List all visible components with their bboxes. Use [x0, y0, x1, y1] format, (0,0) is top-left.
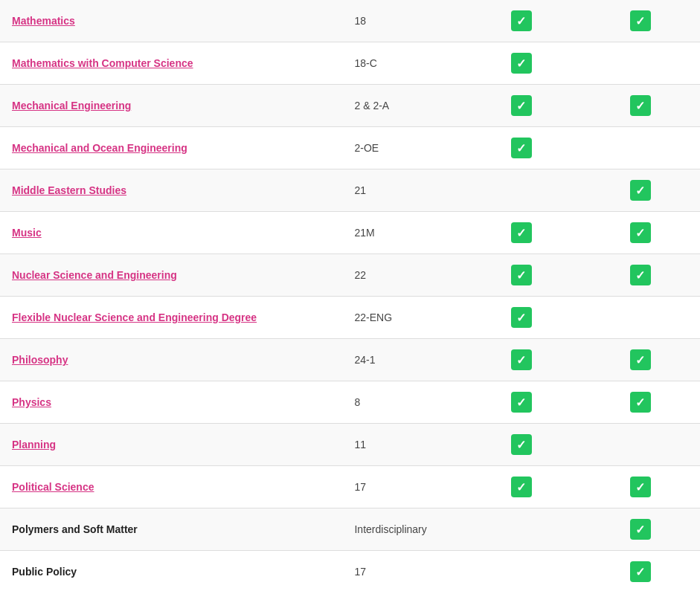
table-row: Nuclear Science and Engineering22✓✓	[0, 254, 700, 297]
department-name[interactable]: Political Science	[0, 466, 342, 508]
department-name[interactable]: Music	[0, 212, 342, 254]
department-code: 17	[342, 551, 461, 592]
programs-table: Mathematics18✓✓Mathematics with Computer…	[0, 0, 700, 591]
table-row: Mechanical and Ocean Engineering2-OE✓	[0, 127, 700, 169]
department-code: 22	[342, 254, 461, 297]
department-name[interactable]: Physics	[0, 381, 342, 424]
checkmark-icon: ✓	[511, 392, 532, 413]
table-row: Public Policy17✓	[0, 551, 700, 592]
checkmark-icon: ✓	[511, 477, 532, 497]
col3-check: ✓	[462, 0, 581, 42]
col3-check: ✓	[462, 127, 581, 169]
col4-check	[581, 297, 700, 339]
col4-check	[581, 424, 700, 466]
col4-check	[581, 127, 700, 169]
department-code: 24-1	[342, 339, 461, 381]
checkmark-icon: ✓	[511, 138, 532, 158]
checkmark-icon: ✓	[630, 95, 651, 116]
department-code: 11	[342, 424, 461, 466]
department-name: Polymers and Soft Matter	[0, 508, 342, 551]
checkmark-icon: ✓	[511, 222, 532, 243]
col4-check: ✓	[581, 212, 700, 254]
checkmark-icon: ✓	[511, 95, 532, 116]
checkmark-icon: ✓	[511, 265, 532, 285]
department-name[interactable]: Planning	[0, 424, 342, 466]
checkmark-icon: ✓	[511, 10, 532, 31]
col3-check: ✓	[462, 339, 581, 381]
department-code: Interdisciplinary	[342, 508, 461, 551]
department-name: Public Policy	[0, 551, 342, 592]
col4-check: ✓	[581, 466, 700, 508]
department-name[interactable]: Mechanical and Ocean Engineering	[0, 127, 342, 169]
department-code: 8	[342, 381, 461, 424]
department-code: 21M	[342, 212, 461, 254]
department-code: 17	[342, 466, 461, 508]
table-row: Polymers and Soft MatterInterdisciplinar…	[0, 508, 700, 551]
col3-check	[462, 508, 581, 551]
table-row: Middle Eastern Studies21✓	[0, 169, 700, 212]
col3-check: ✓	[462, 424, 581, 466]
checkmark-icon: ✓	[630, 265, 651, 285]
checkmark-icon: ✓	[630, 519, 651, 540]
col4-check: ✓	[581, 381, 700, 424]
checkmark-icon: ✓	[630, 349, 651, 370]
department-code: 18-C	[342, 42, 461, 85]
checkmark-icon: ✓	[630, 222, 651, 243]
checkmark-icon: ✓	[630, 180, 651, 201]
col3-check: ✓	[462, 42, 581, 85]
col4-check: ✓	[581, 85, 700, 127]
checkmark-icon: ✓	[630, 10, 651, 31]
col3-check: ✓	[462, 381, 581, 424]
department-code: 2-OE	[342, 127, 461, 169]
department-name[interactable]: Mathematics with Computer Science	[0, 42, 342, 85]
department-name[interactable]: Nuclear Science and Engineering	[0, 254, 342, 297]
checkmark-icon: ✓	[511, 434, 532, 455]
col3-check: ✓	[462, 466, 581, 508]
checkmark-icon: ✓	[630, 561, 651, 582]
department-name[interactable]: Mechanical Engineering	[0, 85, 342, 127]
table-row: Mechanical Engineering2 & 2-A✓✓	[0, 85, 700, 127]
col4-check	[581, 42, 700, 85]
checkmark-icon: ✓	[630, 392, 651, 413]
col3-check: ✓	[462, 85, 581, 127]
checkmark-icon: ✓	[630, 477, 651, 497]
table-row: Political Science17✓✓	[0, 466, 700, 508]
checkmark-icon: ✓	[511, 349, 532, 370]
col3-check: ✓	[462, 212, 581, 254]
table-row: Philosophy24-1✓✓	[0, 339, 700, 381]
col3-check	[462, 169, 581, 212]
department-name[interactable]: Flexible Nuclear Science and Engineering…	[0, 297, 342, 339]
department-name[interactable]: Mathematics	[0, 0, 342, 42]
department-code: 21	[342, 169, 461, 212]
table-row: Planning11✓	[0, 424, 700, 466]
department-name[interactable]: Philosophy	[0, 339, 342, 381]
table-row: Mathematics18✓✓	[0, 0, 700, 42]
col3-check: ✓	[462, 254, 581, 297]
department-code: 18	[342, 0, 461, 42]
col4-check: ✓	[581, 339, 700, 381]
col3-check: ✓	[462, 297, 581, 339]
col4-check: ✓	[581, 551, 700, 592]
col3-check	[462, 551, 581, 592]
checkmark-icon: ✓	[511, 307, 532, 328]
table-row: Music21M✓✓	[0, 212, 700, 254]
col4-check: ✓	[581, 169, 700, 212]
col4-check: ✓	[581, 0, 700, 42]
table-row: Mathematics with Computer Science18-C✓	[0, 42, 700, 85]
col4-check: ✓	[581, 508, 700, 551]
department-name[interactable]: Middle Eastern Studies	[0, 169, 342, 212]
checkmark-icon: ✓	[511, 53, 532, 74]
table-row: Flexible Nuclear Science and Engineering…	[0, 297, 700, 339]
department-code: 2 & 2-A	[342, 85, 461, 127]
table-row: Physics8✓✓	[0, 381, 700, 424]
department-code: 22-ENG	[342, 297, 461, 339]
col4-check: ✓	[581, 254, 700, 297]
